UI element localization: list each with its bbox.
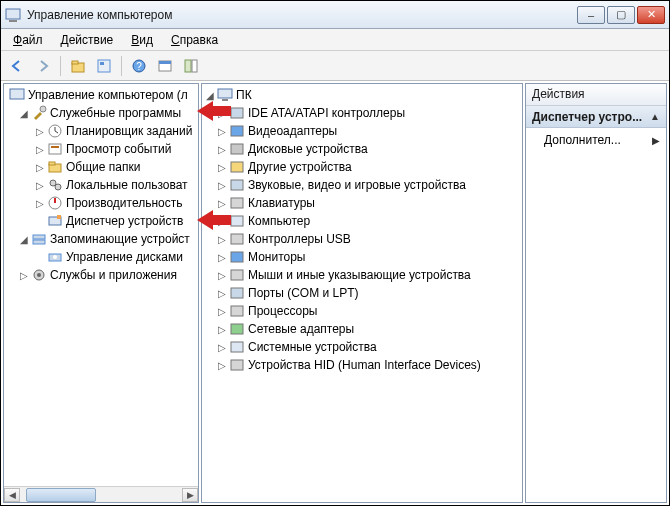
menu-help[interactable]: Справка: [163, 31, 226, 49]
tree-item[interactable]: Управление дисками: [4, 248, 198, 266]
collapse-icon[interactable]: ◢: [18, 234, 30, 245]
expand-icon[interactable]: ▷: [216, 342, 228, 353]
collapse-icon[interactable]: ◢: [204, 90, 216, 101]
item-icon: [47, 141, 63, 157]
tree-label: Мыши и иные указывающие устройства: [248, 268, 471, 282]
device-category[interactable]: ▷Мыши и иные указывающие устройства: [202, 266, 522, 284]
tree-label: Планировщик заданий: [66, 124, 192, 138]
expand-icon[interactable]: ▷: [216, 144, 228, 155]
tree-item[interactable]: ▷Общие папки: [4, 158, 198, 176]
window-title: Управление компьютером: [27, 8, 577, 22]
tree-root[interactable]: Управление компьютером (л: [4, 86, 198, 104]
device-category[interactable]: ▷Порты (COM и LPT): [202, 284, 522, 302]
svg-rect-40: [231, 252, 243, 262]
device-icon: [229, 105, 245, 121]
toolbar-separator: [121, 56, 122, 76]
toolbar-up-button[interactable]: [66, 54, 90, 78]
tree-item[interactable]: ▷Планировщик заданий: [4, 122, 198, 140]
menu-action[interactable]: Действие: [53, 31, 122, 49]
device-category[interactable]: ▷Видеоадаптеры: [202, 122, 522, 140]
svg-rect-38: [231, 216, 243, 226]
expand-icon[interactable]: ▷: [216, 180, 228, 191]
tree-item[interactable]: ▷Производительность: [4, 194, 198, 212]
close-button[interactable]: ✕: [637, 6, 665, 24]
tree-label: Общие папки: [66, 160, 140, 174]
expand-icon[interactable]: ▷: [34, 144, 46, 155]
device-category[interactable]: ▷Процессоры: [202, 302, 522, 320]
actions-group[interactable]: Диспетчер устро... ▲: [526, 106, 666, 128]
maximize-button[interactable]: ▢: [607, 6, 635, 24]
title-bar: Управление компьютером – ▢ ✕: [1, 1, 669, 29]
device-category[interactable]: ▷IDE ATA/ATAPI контроллеры: [202, 104, 522, 122]
tree-item[interactable]: ▷Локальные пользоват: [4, 176, 198, 194]
expand-icon[interactable]: ▷: [216, 360, 228, 371]
tree-label: Системные устройства: [248, 340, 377, 354]
expand-icon[interactable]: ▷: [34, 198, 46, 209]
horizontal-scrollbar[interactable]: ◀ ▶: [4, 486, 198, 502]
minimize-button[interactable]: –: [577, 6, 605, 24]
expand-icon[interactable]: ▷: [216, 198, 228, 209]
tree-label: Мониторы: [248, 250, 305, 264]
toolbar-forward-button[interactable]: [31, 54, 55, 78]
toolbar-refresh-button[interactable]: [153, 54, 177, 78]
expand-icon[interactable]: ▷: [216, 270, 228, 281]
tree-item[interactable]: Диспетчер устройств: [4, 212, 198, 230]
expand-icon[interactable]: ▷: [34, 126, 46, 137]
device-root[interactable]: ◢ ПК: [202, 86, 522, 104]
expand-icon[interactable]: ▷: [216, 216, 228, 227]
svg-rect-5: [100, 62, 104, 65]
tree-tools[interactable]: ◢ Служебные программы: [4, 104, 198, 122]
expand-icon[interactable]: ▷: [34, 180, 46, 191]
actions-more[interactable]: Дополнител... ▶: [526, 128, 666, 151]
device-category[interactable]: ▷Контроллеры USB: [202, 230, 522, 248]
tree-label: Звуковые, видео и игровые устройства: [248, 178, 466, 192]
tree-services[interactable]: ▷ Службы и приложения: [4, 266, 198, 284]
tree-storage[interactable]: ◢ Запоминающие устройст: [4, 230, 198, 248]
expand-icon[interactable]: ▷: [216, 252, 228, 263]
item-icon: [47, 195, 63, 211]
toolbar-show-button[interactable]: [179, 54, 203, 78]
expand-icon[interactable]: ▷: [216, 162, 228, 173]
device-category[interactable]: ▷Звуковые, видео и игровые устройства: [202, 176, 522, 194]
scroll-track[interactable]: [20, 488, 182, 502]
svg-rect-4: [98, 60, 110, 72]
device-category[interactable]: ▷Системные устройства: [202, 338, 522, 356]
device-category[interactable]: ▷Мониторы: [202, 248, 522, 266]
toolbar-help-button[interactable]: ?: [127, 54, 151, 78]
expand-icon[interactable]: ▷: [34, 162, 46, 173]
expand-icon[interactable]: ▷: [216, 324, 228, 335]
tree-item[interactable]: ▷Просмотр событий: [4, 140, 198, 158]
menu-file[interactable]: Файл: [5, 31, 51, 49]
menu-view[interactable]: Вид: [123, 31, 161, 49]
actions-panel: Действия Диспетчер устро... ▲ Дополнител…: [525, 83, 667, 503]
expand-icon[interactable]: ▷: [216, 108, 228, 119]
device-category[interactable]: ▷Компьютер: [202, 212, 522, 230]
expand-icon[interactable]: ▷: [18, 270, 30, 281]
scroll-left-button[interactable]: ◀: [4, 488, 20, 502]
collapse-icon[interactable]: ◢: [18, 108, 30, 119]
expand-icon[interactable]: ▷: [216, 288, 228, 299]
scroll-right-button[interactable]: ▶: [182, 488, 198, 502]
device-category[interactable]: ▷Сетевые адаптеры: [202, 320, 522, 338]
expand-icon[interactable]: ▷: [216, 126, 228, 137]
device-category[interactable]: ▷Другие устройства: [202, 158, 522, 176]
expand-icon[interactable]: ▷: [216, 306, 228, 317]
actions-group-label: Диспетчер устро...: [532, 110, 642, 124]
left-tree[interactable]: Управление компьютером (л ◢ Служебные пр…: [4, 84, 198, 486]
svg-rect-34: [231, 144, 243, 154]
toolbar-back-button[interactable]: [5, 54, 29, 78]
chevron-right-icon: ▶: [652, 135, 660, 146]
device-icon: [229, 267, 245, 283]
expand-icon[interactable]: ▷: [216, 234, 228, 245]
tree-label: Диспетчер устройств: [66, 214, 183, 228]
workspace: Управление компьютером (л ◢ Служебные пр…: [1, 81, 669, 505]
device-tree[interactable]: ◢ ПК ▷IDE ATA/ATAPI контроллеры▷Видеоада…: [202, 84, 522, 502]
device-category[interactable]: ▷Устройства HID (Human Interface Devices…: [202, 356, 522, 374]
tree-label: Производительность: [66, 196, 182, 210]
app-icon: [5, 7, 21, 23]
toolbar-props-button[interactable]: [92, 54, 116, 78]
scroll-thumb[interactable]: [26, 488, 96, 502]
device-category[interactable]: ▷Клавиатуры: [202, 194, 522, 212]
tree-label: Контроллеры USB: [248, 232, 351, 246]
device-category[interactable]: ▷Дисковые устройства: [202, 140, 522, 158]
